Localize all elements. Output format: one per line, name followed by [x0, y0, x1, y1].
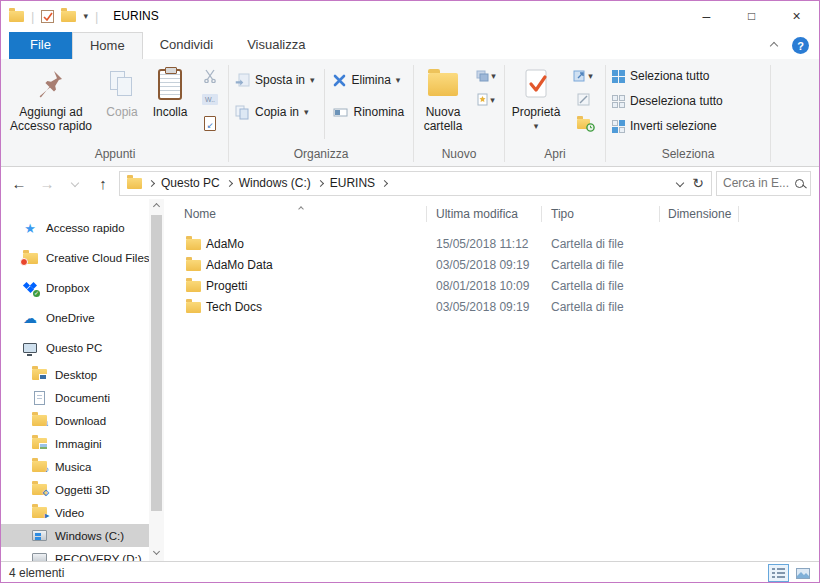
sidebar-item-accesso-rapido[interactable]: ★ Accesso rapido [1, 213, 149, 243]
address-breadcrumb-bar[interactable]: Questo PC Windows (C:) EURINS ↻ [119, 171, 712, 196]
file-modified: 03/05/2018 09:19 [436, 300, 529, 314]
sidebar-item-immagini[interactable]: Immagini [1, 432, 149, 455]
move-to-button[interactable]: Sposta in ▾ [230, 70, 321, 90]
properties-quick-icon[interactable] [41, 10, 54, 23]
breadcrumb-eurins[interactable]: EURINS [330, 176, 375, 190]
sidebar-item-onedrive[interactable]: ☁ OneDrive [1, 303, 149, 333]
search-icon[interactable] [795, 179, 804, 188]
chevron-right-icon[interactable] [317, 179, 324, 186]
sidebar-item-video[interactable]: ▸ Video [1, 501, 149, 524]
chevron-right-icon [148, 179, 155, 186]
sidebar-item-musica[interactable]: ♪ Musica [1, 455, 149, 478]
copy-button[interactable]: Copia [99, 61, 145, 147]
file-name[interactable]: Progetti [206, 279, 247, 293]
breadcrumb-questo-pc[interactable]: Questo PC [161, 176, 220, 190]
new-folder-button[interactable]: Nuova cartella [415, 61, 471, 147]
file-row-progetti[interactable]: Progetti 08/01/2018 10:09 Cartella di fi… [164, 276, 819, 297]
details-view-icon [772, 568, 785, 578]
forward-button[interactable]: → [35, 171, 59, 195]
file-name[interactable]: AdaMo [206, 237, 244, 251]
edit-icon [577, 93, 590, 106]
open-button[interactable]: ▾ [566, 66, 600, 85]
paste-shortcut-button[interactable]: ↙ [195, 114, 225, 133]
sidebar-scrollbar[interactable] [149, 199, 164, 561]
chevron-right-icon[interactable] [226, 179, 233, 186]
chevron-right-icon[interactable] [381, 179, 388, 186]
refresh-icon[interactable]: ↻ [692, 175, 704, 191]
minimize-button[interactable]: – [684, 1, 729, 31]
sidebar-item-recovery-d[interactable]: RECOVERY (D:) [1, 547, 149, 561]
paste-shortcut-icon: ↙ [204, 116, 216, 131]
column-header-dimensione[interactable]: Dimensione [668, 207, 731, 221]
maximize-button[interactable]: □ [729, 1, 774, 31]
tab-file[interactable]: File [9, 32, 72, 59]
file-name[interactable]: Tech Docs [206, 300, 262, 314]
scroll-down-icon[interactable] [149, 544, 164, 559]
column-header-nome[interactable]: Nome [184, 207, 216, 221]
main-area: ★ Accesso rapido Creative Cloud Files ✓ … [1, 199, 819, 561]
delete-button[interactable]: Elimina ▾ [328, 70, 412, 90]
history-button[interactable] [566, 114, 600, 133]
copy-to-button[interactable]: Copia in ▾ [230, 102, 321, 122]
column-header-tipo[interactable]: Tipo [551, 207, 574, 221]
copy-path-button[interactable]: W.. [195, 90, 225, 109]
back-button[interactable]: ← [7, 171, 31, 195]
help-icon[interactable]: ? [792, 37, 809, 54]
file-row-adamo[interactable]: AdaMo 15/05/2018 11:12 Cartella di file [164, 234, 819, 255]
sidebar-item-windows-c[interactable]: Windows (C:) [1, 524, 149, 547]
copy-button-label: Copia [106, 105, 137, 119]
dropdown-icon: ▾ [304, 107, 309, 117]
properties-button[interactable]: Proprietà ▾ [506, 61, 566, 147]
scroll-up-icon[interactable] [149, 199, 164, 214]
tab-home[interactable]: Home [72, 32, 143, 59]
sidebar-item-creative-cloud-files[interactable]: Creative Cloud Files [1, 243, 149, 273]
quick-access-toolbar: | ▾ | EURINS [9, 9, 159, 24]
address-dropdown-icon[interactable] [676, 179, 684, 187]
onedrive-cloud-icon: ☁ [22, 310, 38, 326]
invert-selection-button[interactable]: Inverti selezione [607, 117, 723, 135]
tab-condividi[interactable]: Condividi [143, 32, 230, 59]
file-row-adamo-data[interactable]: AdaMo Data 03/05/2018 09:19 Cartella di … [164, 255, 819, 276]
breadcrumb-windows-c[interactable]: Windows (C:) [239, 176, 311, 190]
file-row-tech-docs[interactable]: Tech Docs 03/05/2018 09:19 Cartella di f… [164, 297, 819, 318]
details-view-button[interactable] [768, 564, 789, 582]
sidebar-item-download[interactable]: ↓ Download [1, 409, 149, 432]
paste-button[interactable]: Incolla [145, 61, 195, 147]
dropdown-icon: ▾ [534, 119, 539, 133]
search-box[interactable] [716, 171, 811, 196]
sidebar-item-questo-pc[interactable]: Questo PC [1, 333, 149, 363]
scrollbar-thumb[interactable] [151, 215, 162, 511]
edit-button[interactable] [566, 90, 600, 109]
up-button[interactable]: ↑ [91, 171, 115, 195]
cut-button[interactable] [195, 66, 225, 85]
file-modified: 08/01/2018 10:09 [436, 279, 529, 293]
recent-locations-dropdown-icon[interactable] [63, 171, 87, 195]
sidebar-item-desktop[interactable]: Desktop [1, 363, 149, 386]
sidebar-item-oggetti-3d[interactable]: ◇ Oggetti 3D [1, 478, 149, 501]
rename-button[interactable]: Rinomina [328, 102, 412, 122]
deselect-all-button[interactable]: Deseleziona tutto [607, 92, 723, 110]
navigation-pane: ★ Accesso rapido Creative Cloud Files ✓ … [1, 199, 149, 561]
file-modified: 03/05/2018 09:19 [436, 258, 529, 272]
file-name[interactable]: AdaMo Data [206, 258, 273, 272]
ribbon-group-new: Nuova cartella ▾ ▾ Nuovo [415, 61, 503, 166]
sidebar-item-dropbox[interactable]: ✓ Dropbox [1, 273, 149, 303]
collapse-ribbon-icon[interactable] [770, 41, 778, 49]
pin-to-quick-access-button[interactable]: Aggiungi ad Accesso rapido [3, 61, 99, 147]
sidebar-item-label: Creative Cloud Files [46, 252, 149, 264]
easy-access-button[interactable]: ▾ [471, 66, 501, 85]
sidebar-item-label: Questo PC [46, 342, 102, 354]
tab-visualizza[interactable]: Visualizza [230, 32, 322, 59]
new-folder-quick-icon[interactable] [61, 11, 76, 22]
thumbnails-view-button[interactable] [792, 564, 813, 582]
new-item-button[interactable]: ▾ [471, 90, 501, 109]
folder-icon [186, 260, 201, 271]
open-icon [573, 69, 586, 82]
sidebar-item-documenti[interactable]: Documenti [1, 386, 149, 409]
search-input[interactable] [723, 176, 791, 190]
customize-qat-dropdown-icon[interactable]: ▾ [83, 12, 88, 21]
close-button[interactable]: × [774, 1, 819, 31]
select-all-button[interactable]: Seleziona tutto [607, 67, 723, 85]
desktop-folder-icon [31, 369, 47, 380]
column-header-ultima-modifica[interactable]: Ultima modifica [436, 207, 518, 221]
